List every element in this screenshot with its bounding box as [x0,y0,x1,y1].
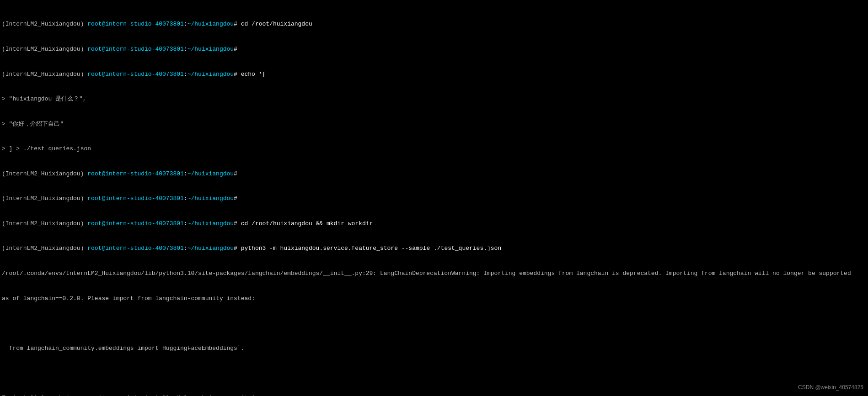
line-1: (InternLM2_Huixiangdou) root@intern-stud… [2,20,866,28]
line-5: > "你好，介绍下自己" [2,120,866,128]
line-11: /root/.conda/envs/InternLM2_Huixiangdou/… [2,269,866,278]
line-12: as of langchain==0.2.0. Please import fr… [2,295,866,303]
line-4: > "huixiangdou 是什么？", [2,95,866,103]
line-9: (InternLM2_Huixiangdou) root@intern-stud… [2,220,866,228]
line-16: To install langchain-community run `pip … [2,394,866,396]
line-8: (InternLM2_Huixiangdou) root@intern-stud… [2,195,866,203]
line-3: (InternLM2_Huixiangdou) root@intern-stud… [2,70,866,79]
line-13 [2,319,866,327]
line-15 [2,369,866,377]
line-10: (InternLM2_Huixiangdou) root@intern-stud… [2,244,866,253]
line-14: from langchain_community.embeddings impo… [2,344,866,353]
line-6: > ] > ./test_queries.json [2,145,866,153]
terminal: (InternLM2_Huixiangdou) root@intern-stud… [2,4,866,396]
line-7: (InternLM2_Huixiangdou) root@intern-stud… [2,170,866,178]
watermark: CSDN @weixin_40574825 [798,384,863,391]
line-2: (InternLM2_Huixiangdou) root@intern-stud… [2,45,866,53]
